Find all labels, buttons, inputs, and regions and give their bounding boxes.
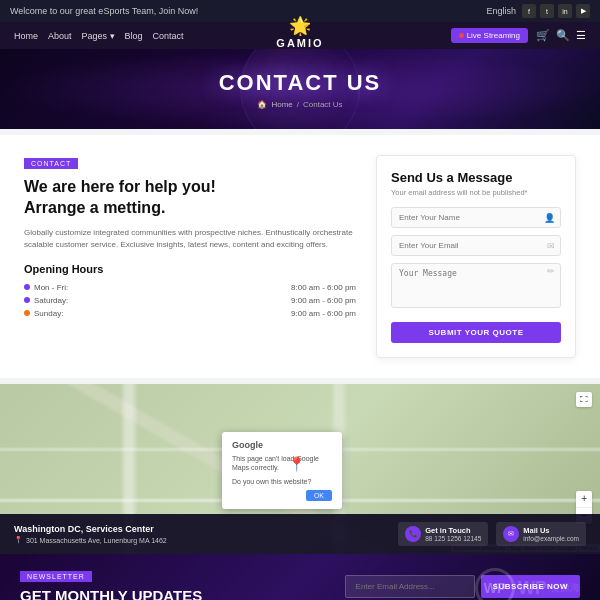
social-icons: f t in ▶	[522, 4, 590, 18]
dot-icon-3	[24, 310, 30, 316]
popup-ok-button[interactable]: OK	[306, 490, 332, 501]
twitter-icon[interactable]: t	[540, 4, 554, 18]
mail-us-label: Mail Us	[523, 526, 579, 535]
section-title: We are here for help you! Arrange a mett…	[24, 177, 356, 219]
location-address: 📍 301 Massachusetts Ave, Lunenburg MA 14…	[14, 536, 167, 544]
pencil-icon: ✏	[547, 266, 555, 276]
email-icon: ✉	[547, 241, 555, 251]
hours-row-3: Sunday: 9:00 am - 6:00 pm	[24, 307, 356, 320]
newsletter-title: GET MONTHLY UPDATES	[20, 587, 202, 600]
opening-hours-title: Opening Hours	[24, 263, 356, 275]
nav-links: Home About Pages ▾ Blog Contact	[14, 31, 184, 41]
wp-watermark: WP WP 资源海	[475, 568, 580, 600]
nav-icons: 🛒 🔍 ☰	[536, 29, 586, 42]
logo-icon: 🌟	[289, 15, 311, 37]
contact-badge: CONTACT	[24, 158, 78, 169]
live-streaming-button[interactable]: Live Streaming	[451, 28, 528, 43]
form-subtitle: Your email address will not be published…	[391, 188, 561, 197]
nav-right: Live Streaming 🛒 🔍 ☰	[451, 28, 586, 43]
page-title: CONTACT US	[219, 70, 382, 96]
top-bar-message: Welcome to our great eSports Team, Join …	[10, 6, 198, 16]
breadcrumb-icon: 🏠	[257, 100, 267, 109]
google-maps-popup: Google This page can't load Google Maps …	[222, 432, 342, 510]
map-pin: 📍	[288, 456, 305, 472]
language-selector[interactable]: English	[486, 6, 516, 16]
submit-button[interactable]: SUBMIT YOUR QUOTE	[391, 322, 561, 343]
get-in-touch-button[interactable]: 📞 Get in Touch 88 125 1256 12145	[398, 522, 488, 546]
location-pin-icon: 📍	[14, 536, 23, 544]
name-input[interactable]	[391, 207, 561, 228]
nav-home[interactable]: Home	[14, 31, 38, 41]
nav-blog[interactable]: Blog	[125, 31, 143, 41]
location-title: Washington DC, Services Center	[14, 524, 167, 534]
mail-icon: ✉	[503, 526, 519, 542]
menu-icon[interactable]: ☰	[576, 29, 586, 42]
newsletter-email-input[interactable]	[345, 575, 475, 598]
section-description: Globally customize integrated communitie…	[24, 227, 356, 251]
phone-number: 88 125 1256 12145	[425, 535, 481, 542]
nav-about[interactable]: About	[48, 31, 72, 41]
user-icon: 👤	[544, 213, 555, 223]
wp-chinese-text: 资源海	[550, 581, 580, 595]
popup-title: Google	[232, 440, 332, 450]
top-bar-right: English f t in ▶	[486, 4, 590, 18]
breadcrumb: 🏠 Home / Contact Us	[257, 100, 342, 109]
phone-icon: 📞	[405, 526, 421, 542]
nav-contact[interactable]: Contact	[153, 31, 184, 41]
live-dot	[459, 33, 464, 38]
location-info: Washington DC, Services Center 📍 301 Mas…	[14, 524, 167, 544]
mail-us-button[interactable]: ✉ Mail Us info@example.com	[496, 522, 586, 546]
popup-message: This page can't load Google Maps correct…	[232, 454, 332, 474]
youtube-icon[interactable]: ▶	[576, 4, 590, 18]
hours-row-2: Saturday: 9:00 am - 6:00 pm	[24, 294, 356, 307]
facebook-icon[interactable]: f	[522, 4, 536, 18]
newsletter-section: NEWSLETTER GET MONTHLY UPDATES SUBSCRIBE…	[0, 554, 600, 600]
navbar: Home About Pages ▾ Blog Contact 🌟 GAMIO …	[0, 22, 600, 49]
main-content: CONTACT We are here for help you! Arrang…	[0, 135, 600, 378]
wp-logo: WP	[475, 568, 515, 600]
dot-icon-2	[24, 297, 30, 303]
breadcrumb-home[interactable]: Home	[271, 100, 292, 109]
get-in-touch-label: Get in Touch	[425, 526, 481, 535]
linkedin-icon[interactable]: in	[558, 4, 572, 18]
message-textarea[interactable]	[391, 263, 561, 308]
hours-row-1: Mon - Fri: 8:00 am - 6:00 pm	[24, 281, 356, 294]
name-field-group: 👤	[391, 207, 561, 228]
popup-question: Do you own this website?	[232, 478, 332, 485]
hero-banner: CONTACT US 🏠 Home / Contact Us	[0, 49, 600, 129]
breadcrumb-separator: /	[297, 100, 299, 109]
map-expand-button[interactable]: ⛶	[576, 392, 592, 407]
search-icon[interactable]: 🔍	[556, 29, 570, 42]
main-section: 💡 CONTACT We are here for help you! Arra…	[0, 135, 600, 378]
popup-buttons: OK	[232, 490, 332, 501]
contact-form: Send Us a Message Your email address wil…	[376, 155, 576, 358]
map-section: Google This page can't load Google Maps …	[0, 384, 600, 554]
form-title: Send Us a Message	[391, 170, 561, 185]
dot-icon-1	[24, 284, 30, 290]
cart-icon[interactable]: 🛒	[536, 29, 550, 42]
wp-text: WP	[518, 578, 547, 599]
newsletter-left: NEWSLETTER GET MONTHLY UPDATES	[20, 568, 202, 600]
zoom-in-button[interactable]: +	[576, 491, 592, 508]
location-overlay: Washington DC, Services Center 📍 301 Mas…	[0, 514, 600, 554]
newsletter-badge: NEWSLETTER	[20, 571, 92, 582]
email-value: info@example.com	[523, 535, 579, 542]
left-column: CONTACT We are here for help you! Arrang…	[24, 155, 356, 358]
logo-text: GAMIO	[276, 37, 323, 49]
nav-pages[interactable]: Pages ▾	[82, 31, 115, 41]
breadcrumb-current: Contact Us	[303, 100, 343, 109]
message-field-group: ✏	[391, 263, 561, 311]
email-field-group: ✉	[391, 235, 561, 256]
contact-info-buttons: 📞 Get in Touch 88 125 1256 12145 ✉ Mail …	[398, 522, 586, 546]
email-input[interactable]	[391, 235, 561, 256]
